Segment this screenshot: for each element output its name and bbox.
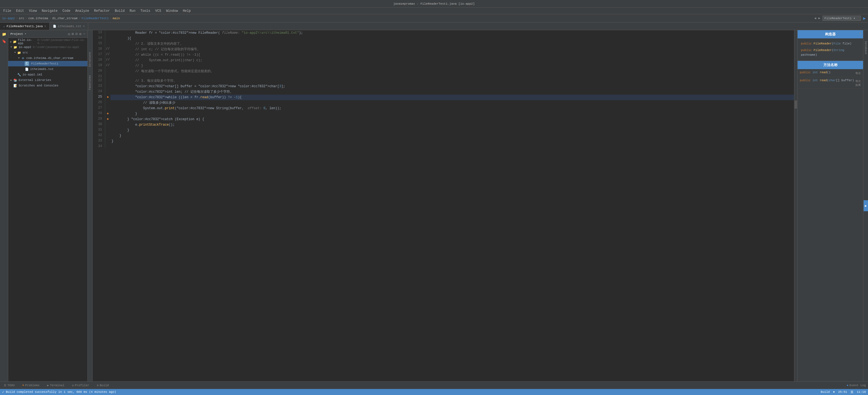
tree-src-label: src bbox=[23, 51, 28, 54]
constructor-header: 构造器 bbox=[798, 30, 863, 38]
expand-icon[interactable]: ⊞ bbox=[72, 32, 74, 36]
constructor-item-1[interactable]: public FileReader(File file) bbox=[800, 40, 861, 47]
tab-problems[interactable]: ● Problems bbox=[21, 383, 41, 388]
menu-build[interactable]: Build bbox=[113, 8, 127, 13]
database-tab[interactable]: Database bbox=[864, 41, 867, 54]
menu-refactor[interactable]: Refactor bbox=[92, 8, 112, 13]
tree-io-app2[interactable]: ▼ 📁 io-app2 D:\code\javasepromax\io-app2 bbox=[8, 45, 87, 50]
tree-package[interactable]: ▼ ⊞ com.itheima.d1_char_stream bbox=[8, 55, 87, 61]
line-num: 30 bbox=[93, 122, 105, 128]
sidebar-icons: 📁 🔖 bbox=[0, 30, 8, 381]
menu-code[interactable]: Code bbox=[60, 8, 72, 13]
code-area[interactable]: 13 Reader fr = "color:#cc7832">new FileR… bbox=[93, 30, 794, 381]
tab-itheima01[interactable]: 📄 itheima01.txt × bbox=[50, 23, 88, 30]
line-num: 34 bbox=[93, 144, 105, 148]
tab-filereadertest1[interactable]: ☕ FileReaderTest1.java × bbox=[0, 23, 50, 30]
method-item-1[interactable]: public int read() 每次 bbox=[798, 69, 863, 77]
tree-io-app2-iml[interactable]: 🔧 io-app2.iml bbox=[8, 72, 87, 77]
tab-filereadertest1-label: FileReaderTest1.java bbox=[7, 25, 43, 28]
line-num: 31 bbox=[93, 128, 105, 133]
run-config-dropdown[interactable]: FileReaderTest1 ▾ bbox=[823, 16, 861, 21]
iml-icon: 🔧 bbox=[17, 73, 21, 77]
vertical-scrollbar[interactable] bbox=[794, 30, 797, 381]
menu-vcs[interactable]: VCS bbox=[153, 8, 163, 13]
expand-right-icon[interactable]: ▶ bbox=[864, 200, 868, 211]
menu-view[interactable]: View bbox=[27, 8, 39, 13]
menu-tools[interactable]: Tools bbox=[138, 8, 153, 13]
menu-window[interactable]: Window bbox=[164, 8, 180, 13]
code-line: // 读取多少倒出多少 bbox=[111, 100, 794, 106]
menu-navigate[interactable]: Navigate bbox=[39, 8, 60, 13]
event-log-tab[interactable]: ● Event Log bbox=[847, 384, 866, 387]
tab-todo-label: TODO bbox=[7, 384, 14, 387]
folder-src-icon: 📁 bbox=[17, 51, 21, 55]
project-dropdown-icon[interactable]: ▾ bbox=[25, 32, 26, 35]
tree-src[interactable]: ▼ 📁 src bbox=[8, 50, 87, 55]
status-bar: ✓ Build completed successfully in 1 sec,… bbox=[0, 389, 868, 395]
menu-file[interactable]: File bbox=[1, 8, 13, 13]
locate-icon[interactable]: ◎ bbox=[68, 32, 70, 36]
menu-bar: File Edit View Navigate Code Analyze Ref… bbox=[0, 8, 868, 14]
tree-file-io-app-label: file-io-app bbox=[18, 38, 36, 45]
constructor-item-2[interactable]: public FileReader(String pathname) bbox=[800, 47, 861, 58]
status-separator: ● bbox=[833, 390, 835, 394]
line-num: 20 bbox=[93, 68, 105, 74]
tree-ext-libs[interactable]: ▶ 📚 External Libraries bbox=[8, 77, 87, 83]
menu-help[interactable]: Help bbox=[181, 8, 193, 13]
line-num: 25 bbox=[93, 95, 105, 100]
bc-d1-char[interactable]: d1_char_stream bbox=[52, 17, 77, 20]
tree-file-io-app[interactable]: ▶ 📁 file-io-app D:\code\javasepromax\fil… bbox=[8, 39, 87, 45]
gutter bbox=[105, 89, 111, 95]
gutter: // bbox=[105, 47, 111, 52]
menu-edit[interactable]: Edit bbox=[14, 8, 26, 13]
gutter bbox=[105, 100, 111, 106]
tab-profiler[interactable]: ◎ Profiler bbox=[70, 383, 91, 388]
sidebar-icon-project[interactable]: 📁 bbox=[1, 31, 7, 37]
title-text: javasepromax - FileReaderTest1.java [io-… bbox=[393, 2, 474, 5]
lib-icon: 📚 bbox=[13, 78, 18, 82]
code-line: // 2. 读取文本文件的内容了。 bbox=[111, 41, 794, 47]
nav-back-icon[interactable]: ◀ bbox=[814, 16, 816, 20]
favorites-tab[interactable]: Favorites bbox=[89, 75, 92, 90]
tree-itheima01[interactable]: 📄 itheima01.txt bbox=[8, 66, 87, 72]
bc-io-app2[interactable]: io-app2 bbox=[2, 17, 15, 20]
bc-main[interactable]: main bbox=[113, 17, 120, 20]
tab-itheima01-label: itheima01.txt bbox=[58, 25, 82, 28]
tree-scratches[interactable]: 📝 Scratches and Consoles bbox=[8, 83, 87, 88]
tab-itheima01-close-icon[interactable]: × bbox=[83, 25, 85, 28]
minimize-icon[interactable]: — bbox=[83, 32, 85, 36]
tree-package-label: com.itheima.d1_char_stream bbox=[26, 57, 73, 60]
tree-ext-libs-label: External Libraries bbox=[19, 79, 51, 82]
collapse-icon[interactable]: ⊟ bbox=[75, 32, 78, 36]
right-panel-close[interactable]: × bbox=[859, 31, 861, 36]
scroll-thumb[interactable] bbox=[795, 101, 797, 109]
line-num: 17 bbox=[93, 52, 105, 58]
nav-fwd-icon[interactable]: ▶ bbox=[818, 16, 820, 20]
tree-filereadertest1[interactable]: C FileReaderTest1 bbox=[8, 61, 87, 66]
terminal-icon: ▶ bbox=[47, 384, 49, 387]
method-item-2[interactable]: public int read(char[] buffer) 每次如果 bbox=[798, 77, 863, 89]
txt-icon: 📄 bbox=[25, 67, 29, 71]
tab-todo[interactable]: ☰ TODO bbox=[2, 383, 16, 388]
bottom-bar: ☰ TODO ● Problems ▶ Terminal ◎ Profiler … bbox=[0, 381, 868, 389]
arrow-package: ▼ bbox=[17, 57, 21, 59]
tree-iml-label: io-app2.iml bbox=[23, 73, 42, 76]
bc-filereader[interactable]: FileReaderTest1 bbox=[82, 17, 109, 20]
tab-close-icon[interactable]: × bbox=[44, 25, 46, 28]
gutter bbox=[105, 68, 111, 74]
method-note-2: 每次如果 bbox=[856, 79, 861, 87]
project-panel-header: Project ▾ ◎ ⊞ ⊟ ⚙ — bbox=[8, 30, 87, 38]
sidebar-icon-bookmarks[interactable]: 🔖 bbox=[1, 38, 7, 45]
code-line bbox=[111, 144, 794, 148]
tree-scratches-label: Scratches and Consoles bbox=[19, 84, 58, 87]
project-panel-title: Project ▾ bbox=[10, 32, 26, 36]
bc-src[interactable]: src bbox=[19, 17, 24, 20]
structure-tab[interactable]: Structure bbox=[89, 52, 92, 67]
tab-terminal[interactable]: ▶ Terminal bbox=[45, 383, 66, 388]
run-icon[interactable]: ▶ bbox=[863, 16, 866, 21]
menu-run[interactable]: Run bbox=[127, 8, 138, 13]
menu-analyze[interactable]: Analyze bbox=[73, 8, 91, 13]
settings-icon[interactable]: ⚙ bbox=[79, 32, 82, 36]
tab-build[interactable]: ⚙ Build bbox=[95, 383, 111, 388]
bc-com-itheima[interactable]: com.itheima bbox=[28, 17, 48, 20]
